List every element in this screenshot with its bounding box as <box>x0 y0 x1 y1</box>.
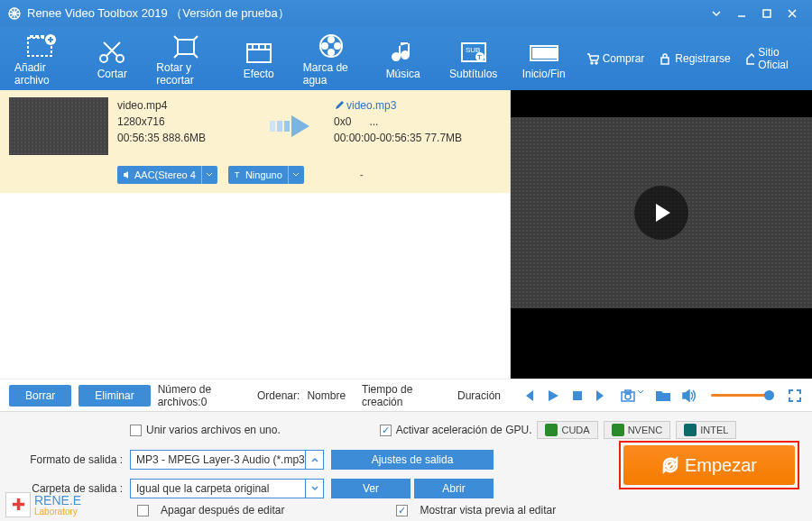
gpu-checkbox[interactable] <box>380 425 392 436</box>
audio-track-chip[interactable]: AAC(Stereo 4 <box>117 166 217 184</box>
chip-text: INTEL <box>700 425 728 435</box>
dash-placeholder: - <box>360 169 364 181</box>
output-resolution: 0x0 <box>334 115 351 128</box>
shutdown-checkbox[interactable] <box>137 505 149 516</box>
maximize-button[interactable] <box>754 5 780 23</box>
snapshot-button[interactable] <box>620 388 644 403</box>
source-meta: video.mp4 1280x716 00:56:35 888.6MB <box>117 97 253 155</box>
svg-point-17 <box>328 37 334 42</box>
sort-time[interactable]: Tiempo de creación <box>362 383 441 408</box>
folder-button[interactable] <box>655 389 671 402</box>
minimize-button[interactable] <box>729 5 754 23</box>
svg-rect-4 <box>30 35 33 38</box>
open-button[interactable]: Abrir <box>414 479 494 498</box>
folder-combo[interactable]: Igual que la carpeta original <box>130 479 324 498</box>
delete-button[interactable]: Eliminar <box>78 385 150 407</box>
chip-text: NVENC <box>628 425 663 435</box>
reel-icon <box>316 32 346 59</box>
main-area: video.mp4 1280x716 00:56:35 888.6MB vide… <box>0 90 812 379</box>
subtitle-button[interactable]: SUBT Subtítulos <box>438 33 509 84</box>
crop-rotate-icon <box>171 32 201 59</box>
folder-value: Igual que la carpeta original <box>131 482 305 495</box>
sort-name[interactable]: Nombre <box>307 389 346 402</box>
in-out-button[interactable]: Inicio/Fin <box>509 33 579 84</box>
svg-text:T: T <box>235 170 240 179</box>
brand-sub: Laboratory <box>34 507 81 516</box>
toolbar-label: Rotar y recortar <box>156 61 214 87</box>
preview-panel <box>510 90 812 379</box>
svg-point-19 <box>335 43 340 49</box>
svg-text:T: T <box>477 53 482 61</box>
source-duration-size: 00:56:35 888.6MB <box>117 130 253 146</box>
buy-link[interactable]: Comprar <box>579 52 652 65</box>
subtitle-track-chip[interactable]: TNinguno <box>228 166 304 184</box>
brand-watermark: ✚ RENE.ELaboratory <box>5 492 81 517</box>
plus-icon: ✚ <box>5 492 31 517</box>
watermark-button[interactable]: Marca de agua <box>294 27 368 90</box>
chevron-down-icon[interactable] <box>288 166 304 184</box>
text-icon: T <box>234 170 243 179</box>
chip-label: AAC(Stereo 4 <box>134 169 196 180</box>
start-label: Empezar <box>685 455 757 476</box>
stop-button[interactable] <box>571 389 584 402</box>
svg-rect-10 <box>178 40 194 54</box>
svg-rect-34 <box>284 121 290 132</box>
format-value: MP3 - MPEG Layer-3 Audio (*.mp3) <box>131 453 305 466</box>
slider-knob[interactable] <box>764 390 774 400</box>
link-label: Sitio Oficial <box>758 46 799 71</box>
svg-rect-2 <box>763 10 770 17</box>
add-file-button[interactable]: Añadir archivo <box>5 27 77 90</box>
svg-rect-27 <box>541 49 548 58</box>
start-button[interactable]: Empezar <box>623 445 795 485</box>
file-count: Número de archivos:0 <box>158 383 246 408</box>
chevron-down-icon[interactable] <box>305 480 323 498</box>
format-label: Formato de salida : <box>13 453 123 466</box>
prev-button[interactable] <box>521 388 535 403</box>
sort-label: Ordenar: <box>257 389 300 402</box>
start-wrap: Empezar <box>619 441 799 489</box>
cuda-chip: CUDA <box>537 421 597 439</box>
merge-label: Unir varios archivos en uno. <box>146 424 281 436</box>
svg-rect-33 <box>277 121 282 132</box>
merge-checkbox[interactable] <box>130 425 142 436</box>
brand-name: RENE.E <box>34 493 81 507</box>
svg-rect-36 <box>573 391 582 400</box>
preview-label: Mostrar vista previa al editar <box>420 504 556 516</box>
source-thumbnail <box>9 97 108 155</box>
cut-button[interactable]: Cortar <box>77 33 147 84</box>
clear-button[interactable]: Borrar <box>9 385 71 407</box>
list-footer: Borrar Eliminar Número de archivos:0 Ord… <box>0 379 510 411</box>
play-button[interactable] <box>634 186 688 240</box>
svg-rect-5 <box>35 35 39 38</box>
output-dots: ... <box>369 115 378 128</box>
bottom-panel: Unir varios archivos en uno. Activar ace… <box>0 411 812 521</box>
link-label: Comprar <box>603 52 645 65</box>
volume-slider[interactable] <box>711 394 774 397</box>
rotate-crop-button[interactable]: Rotar y recortar <box>147 27 223 90</box>
view-button[interactable]: Ver <box>331 479 411 498</box>
effect-button[interactable]: Efecto <box>224 33 294 84</box>
file-row[interactable]: video.mp4 1280x716 00:56:35 888.6MB vide… <box>0 90 510 162</box>
music-button[interactable]: Música <box>368 33 438 84</box>
chevron-down-icon[interactable] <box>201 166 217 184</box>
output-duration-size: 00:00:00-00:56:35 77.7MB <box>334 130 462 146</box>
edit-icon[interactable] <box>334 100 345 111</box>
toolbar-label: Música <box>386 68 420 80</box>
preview-checkbox[interactable] <box>396 505 408 516</box>
dropdown-icon[interactable] <box>704 5 729 23</box>
toolbar-label: Marca de agua <box>303 61 359 87</box>
svg-point-8 <box>100 55 107 62</box>
shutdown-label: Apagar después de editar <box>161 504 284 516</box>
play-control-button[interactable] <box>546 388 560 403</box>
home-icon <box>745 52 755 65</box>
next-button[interactable] <box>595 388 609 403</box>
register-link[interactable]: Registrarse <box>651 52 737 65</box>
chevron-up-icon[interactable] <box>305 451 323 469</box>
sort-duration[interactable]: Duración <box>457 389 501 402</box>
output-settings-button[interactable]: Ajustes de salida <box>331 450 494 470</box>
volume-icon[interactable] <box>682 389 697 402</box>
fullscreen-button[interactable] <box>789 389 801 402</box>
format-combo[interactable]: MP3 - MPEG Layer-3 Audio (*.mp3) <box>130 450 324 470</box>
close-button[interactable] <box>780 5 805 23</box>
site-link[interactable]: Sitio Oficial <box>738 46 807 71</box>
